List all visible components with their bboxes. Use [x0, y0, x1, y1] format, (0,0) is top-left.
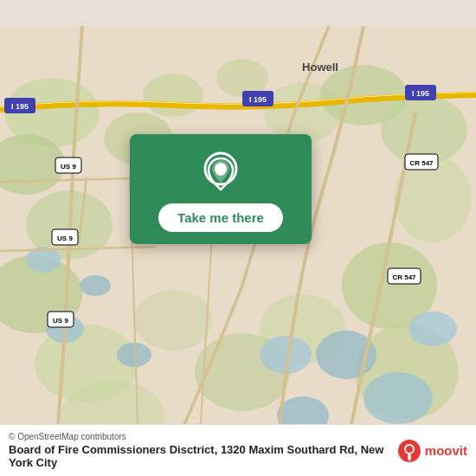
svg-text:CR 547: CR 547 [392, 273, 416, 281]
svg-point-52 [215, 165, 226, 176]
svg-text:I 195: I 195 [11, 102, 29, 111]
take-me-there-button[interactable]: Take me there [158, 203, 283, 232]
location-title: Board of Fire Commissioners Disctrict, 1… [9, 443, 397, 469]
moovit-logo: moovit [397, 439, 467, 463]
svg-point-22 [117, 343, 151, 367]
copyright-text: © OpenStreetMap contributors [9, 432, 397, 441]
bottom-left-info: © OpenStreetMap contributors Board of Fi… [9, 432, 397, 469]
svg-point-7 [143, 74, 203, 117]
svg-text:US 9: US 9 [57, 235, 73, 242]
svg-text:US 9: US 9 [61, 163, 76, 170]
svg-point-20 [80, 275, 111, 296]
moovit-text: moovit [425, 443, 467, 458]
svg-point-17 [134, 290, 212, 351]
svg-point-25 [363, 372, 433, 424]
svg-text:US 9: US 9 [53, 317, 68, 325]
svg-text:CR 547: CR 547 [409, 159, 434, 167]
svg-text:Howell: Howell [302, 61, 338, 74]
bottom-bar: © OpenStreetMap contributors Board of Fi… [0, 424, 476, 476]
pin-icon [198, 150, 243, 195]
svg-text:I 195: I 195 [412, 89, 429, 98]
svg-point-27 [408, 312, 457, 346]
moovit-logo-icon [397, 439, 421, 463]
map-container: I 195 I 195 I 195 US 9 US 9 US 9 CR 547 … [0, 0, 476, 476]
svg-text:I 195: I 195 [249, 95, 267, 104]
location-card: Take me there [130, 134, 312, 244]
